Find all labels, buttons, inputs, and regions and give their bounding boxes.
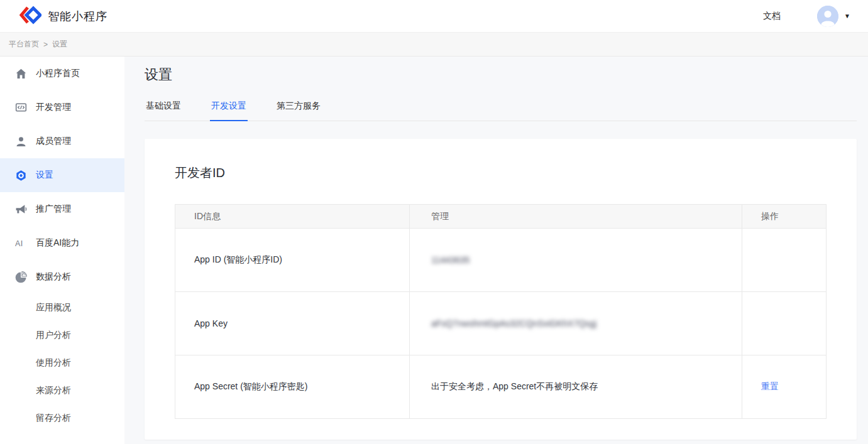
home-icon — [15, 68, 27, 80]
sidebar-item-label: 小程序首页 — [36, 68, 80, 79]
table-row-app-secret: App Secret (智能小程序密匙) 出于安全考虑，App Secret不再… — [175, 355, 827, 419]
developer-id-heading: 开发者ID — [175, 164, 826, 181]
column-header-management: 管理 — [410, 205, 742, 229]
column-header-actions: 操作 — [742, 205, 827, 229]
pie-chart-icon — [15, 271, 27, 283]
breadcrumb: 平台首页 > 设置 — [0, 33, 868, 57]
avatar-person-icon — [817, 6, 838, 27]
sidebar-item-baidu-ai[interactable]: AI 百度AI能力 — [0, 226, 124, 260]
page-title: 设置 — [145, 65, 857, 84]
app-secret-note: 出于安全考虑，App Secret不再被明文保存 — [410, 355, 742, 419]
breadcrumb-current: 设置 — [52, 39, 67, 50]
docs-link[interactable]: 文档 — [763, 11, 781, 22]
ai-icon: AI — [15, 237, 27, 249]
member-icon — [15, 136, 27, 148]
code-icon — [15, 102, 27, 114]
sidebar-subitem-source-analysis[interactable]: 来源分析 — [0, 377, 124, 404]
sidebar-subitem-user-analysis[interactable]: 用户分析 — [0, 322, 124, 349]
user-avatar[interactable] — [817, 6, 838, 27]
table-row-app-id: App ID (智能小程序ID) 11443635 — [175, 229, 827, 292]
sidebar-item-miniapp-home[interactable]: 小程序首页 — [0, 57, 124, 90]
settings-tabs: 基础设置 开发设置 第三方服务 — [145, 97, 857, 121]
sidebar-item-data-analysis[interactable]: 数据分析 — [0, 260, 124, 294]
brand-logo[interactable]: 智能小程序 — [19, 6, 107, 27]
sidebar-item-settings[interactable]: 设置 — [0, 158, 124, 192]
breadcrumb-platform-home[interactable]: 平台首页 — [9, 39, 39, 50]
sidebar-item-label: 推广管理 — [36, 203, 71, 215]
app-secret-label: App Secret (智能小程序密匙) — [175, 355, 410, 419]
megaphone-icon — [15, 203, 27, 215]
breadcrumb-separator: > — [43, 40, 48, 49]
main-content: 设置 基础设置 开发设置 第三方服务 开发者ID ID信息 管理 操作 — [124, 57, 868, 444]
app-screen: 智能小程序 文档 ▼ 平台首页 > 设置 小程 — [0, 0, 868, 444]
app-id-value-blurred: 11443635 — [431, 255, 470, 265]
sidebar-subitem-retention-analysis[interactable]: 留存分析 — [0, 404, 124, 432]
reset-app-secret-link[interactable]: 重置 — [761, 381, 779, 391]
tab-basic-settings[interactable]: 基础设置 — [145, 97, 182, 121]
sidebar-item-label: 开发管理 — [36, 102, 71, 113]
svg-text:AI: AI — [15, 239, 23, 247]
sidebar-subitem-app-overview[interactable]: 应用概况 — [0, 294, 124, 322]
tab-dev-settings[interactable]: 开发设置 — [210, 97, 248, 121]
sidebar-item-label: 设置 — [36, 170, 53, 181]
settings-icon — [15, 170, 27, 181]
sidebar-item-label: 成员管理 — [36, 136, 71, 147]
sidebar-item-promotion-management[interactable]: 推广管理 — [0, 192, 124, 226]
app-key-value-blurred: aFsQ7nwshmtGpAs32CQnSxiGKhX7Qsgj — [431, 318, 596, 328]
table-header-row: ID信息 管理 操作 — [175, 205, 827, 229]
sidebar-item-member-management[interactable]: 成员管理 — [0, 124, 124, 158]
brand-logo-text: 智能小程序 — [48, 9, 107, 24]
app-id-label: App ID (智能小程序ID) — [175, 229, 410, 292]
top-header: 智能小程序 文档 ▼ — [0, 0, 868, 33]
developer-id-table: ID信息 管理 操作 App ID (智能小程序ID) 11443635 App — [175, 204, 827, 419]
header-actions: 文档 ▼ — [763, 6, 850, 27]
column-header-id-info: ID信息 — [175, 205, 410, 229]
tab-third-party-services[interactable]: 第三方服务 — [275, 97, 322, 121]
brand-logo-icon — [19, 6, 41, 27]
app-key-action-cell — [742, 292, 827, 355]
table-row-app-key: App Key aFsQ7nwshmtGpAs32CQnSxiGKhX7Qsgj — [175, 292, 827, 355]
avatar-dropdown-caret-icon[interactable]: ▼ — [844, 13, 850, 19]
sidebar-nav: 小程序首页 开发管理 — [0, 57, 124, 444]
sidebar-item-dev-management[interactable]: 开发管理 — [0, 90, 124, 124]
sidebar-item-label: 百度AI能力 — [36, 237, 79, 249]
sidebar-subitem-usage-analysis[interactable]: 使用分析 — [0, 349, 124, 377]
app-key-label: App Key — [175, 292, 410, 355]
sidebar-item-label: 数据分析 — [36, 271, 71, 283]
developer-id-card: 开发者ID ID信息 管理 操作 App ID (智能小程序ID) 114 — [145, 139, 857, 440]
app-id-action-cell — [742, 229, 827, 292]
